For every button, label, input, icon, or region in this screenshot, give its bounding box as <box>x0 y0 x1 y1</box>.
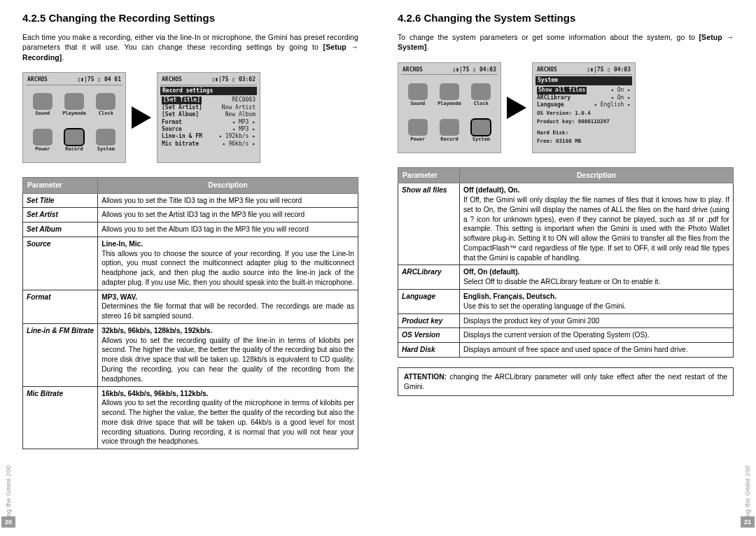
device-brand: ARCHOS <box>402 66 423 74</box>
screenshot-row: ARCHOS ▯▮|75 ▯ 04 01 SoundPlaymodeClockP… <box>22 72 358 163</box>
hard-disk: Hard Disk: <box>536 128 632 136</box>
icon-label: System <box>97 146 115 153</box>
icon-label: Clock <box>99 111 113 117</box>
menu-key: Source <box>162 126 182 133</box>
system-icon <box>471 119 491 136</box>
param-name: ARCLibrary <box>398 265 460 290</box>
icon-label: System <box>472 136 490 143</box>
menu-line: [Set Album]New Album <box>160 111 257 118</box>
menu-key: Format <box>162 119 182 126</box>
menu-line: Line-in & FM◂ 192kb/s ▸ <box>160 133 257 140</box>
page-number: 20 <box>1 516 15 528</box>
param-name: Show all files <box>398 183 460 265</box>
playmode-icon <box>64 93 84 110</box>
device-status: ▯▮|75 ▯ 03:02 <box>211 76 255 84</box>
device-status: ▯▮|75 ▯ 04:03 <box>587 66 631 74</box>
setup-icon-record: Record <box>434 113 464 148</box>
menu-lines: Show all files◂ On ▸ARCLibrary◂ On ▸Lang… <box>536 87 632 108</box>
setup-icon-sound: Sound <box>402 78 433 112</box>
menu-key: Mic bitrate <box>162 141 199 148</box>
param-description: Line-In, Mic.This allows you to choose t… <box>98 237 358 290</box>
col-description: Description <box>98 177 358 193</box>
param-description: Off (default), On.If Off, the Gmini will… <box>460 183 734 265</box>
clock-icon <box>96 93 115 110</box>
arrow-right-icon <box>132 106 151 129</box>
param-description: Allows you to set the Artist ID3 tag in … <box>98 208 358 223</box>
device-status: ▯▮|75 ▯ 04:03 <box>452 66 496 74</box>
menu-value: ◂ English ▸ <box>594 101 631 108</box>
intro-text: To change the system parameters or get s… <box>398 32 734 52</box>
param-description: English, Français, Deutsch.Use this to s… <box>460 290 734 314</box>
menu-value: ◂ MP3 ▸ <box>232 119 255 126</box>
icon-label: Record <box>65 146 83 153</box>
param-name: Source <box>23 237 98 290</box>
setup-icon-playmode: Playmode <box>434 78 464 112</box>
device-brand: ARCHOS <box>162 76 182 84</box>
record-icon <box>64 129 84 146</box>
sound-icon <box>33 93 52 110</box>
page-right: 4.2.6 Changing the System Settings To ch… <box>378 0 756 536</box>
param-name: Format <box>23 290 98 323</box>
section-heading: 4.2.6 Changing the System Settings <box>398 11 734 25</box>
menu-line: Language◂ English ▸ <box>536 101 632 108</box>
section-heading: 4.2.5 Changing the Recording Settings <box>22 11 358 25</box>
menu-key: Language <box>537 101 564 108</box>
menu-value: ◂ MP3 ▸ <box>232 126 255 133</box>
param-description: Off, On (default).Select Off to disable … <box>460 265 734 290</box>
menu-value: New Album <box>225 111 255 118</box>
param-name: Language <box>398 290 460 314</box>
os-version: OS Version: 1.0.4 <box>536 108 632 117</box>
menu-value: New Artist <box>222 104 255 111</box>
menu-line: [Set Artist]New Artist <box>160 104 257 111</box>
device-brand: ARCHOS <box>27 76 48 84</box>
setup-icon-power: Power <box>27 124 57 158</box>
setup-icon-grid: SoundPlaymodeClockPowerRecordSystem <box>26 87 122 160</box>
param-name: OS Version <box>398 328 460 343</box>
menu-key: Line-in & FM <box>162 133 202 140</box>
sound-icon <box>408 83 428 100</box>
menu-line: Mic bitrate◂ 96kb/s ▸ <box>160 141 257 148</box>
screen-title: System <box>536 76 632 85</box>
menu-line: Format◂ MP3 ▸ <box>160 119 257 126</box>
screen-title: Record settings <box>160 87 257 96</box>
menu-line: ARCLibrary◂ On ▸ <box>536 94 632 101</box>
menu-lines: [Set Title]REC0003[Set Artist]New Artist… <box>160 97 257 148</box>
param-name: Product key <box>398 313 460 328</box>
menu-line: Source◂ MP3 ▸ <box>160 126 257 133</box>
device-screenshot-setup: ARCHOS ▯▮|75 ▯ 04 01 SoundPlaymodeClockP… <box>22 72 126 163</box>
icon-label: Sound <box>410 101 425 107</box>
setup-icon-power: Power <box>402 113 433 148</box>
product-key: Product key: 000011U297 <box>536 117 632 125</box>
param-description: MP3, WAV.Determines the file format that… <box>98 290 358 323</box>
param-description: 32kb/s, 96kb/s, 128kb/s, 192kb/s.Allows … <box>98 323 358 386</box>
param-name: Set Title <box>23 193 98 208</box>
attention-box: ATTENTION: changing the ARCLibrary param… <box>398 367 734 397</box>
param-description: 16kb/s, 64kb/s, 96kb/s, 112kb/s.Allows y… <box>98 386 358 449</box>
menu-value: ◂ On ▸ <box>610 94 631 101</box>
param-name: Hard Disk <box>398 343 460 358</box>
menu-key: [Set Album] <box>162 111 199 118</box>
setup-icon-clock: Clock <box>91 88 121 122</box>
setup-icon-record: Record <box>59 124 89 158</box>
setup-icon-clock: Clock <box>466 78 496 112</box>
param-description: Displays the product key of your Gmini 2… <box>460 313 734 328</box>
intro-text: Each time you make a recording, either v… <box>22 32 358 62</box>
icon-label: Record <box>440 136 458 143</box>
menu-value: ◂ On ▸ <box>610 87 631 94</box>
device-status: ▯▮|75 ▯ 04 01 <box>77 76 121 84</box>
param-name: Line-in & FM Bitrate <box>23 323 98 386</box>
param-description: Allows you to set the Album ID3 tag in t… <box>98 223 358 237</box>
menu-key: [Set Artist] <box>162 104 202 111</box>
col-parameter: Parameter <box>398 167 460 183</box>
recording-params-table: Parameter Description Set TitleAllows yo… <box>22 177 358 449</box>
menu-line: [Set Title]REC0003 <box>160 97 257 104</box>
device-screenshot-setup: ARCHOS ▯▮|75 ▯ 04:03 SoundPlaymodeClockP… <box>398 62 501 153</box>
playmode-icon <box>440 83 459 100</box>
icon-label: Playmode <box>62 111 86 117</box>
menu-line: Show all files◂ On ▸ <box>536 87 632 94</box>
menu-key: Show all files <box>537 87 587 94</box>
device-screenshot-system-settings: ARCHOS ▯▮|75 ▯ 04:03 System Show all fil… <box>532 62 636 153</box>
system-icon <box>96 129 115 146</box>
param-description: Allows you to set the Title ID3 tag in t… <box>98 193 358 208</box>
setup-icon-playmode: Playmode <box>59 88 89 122</box>
